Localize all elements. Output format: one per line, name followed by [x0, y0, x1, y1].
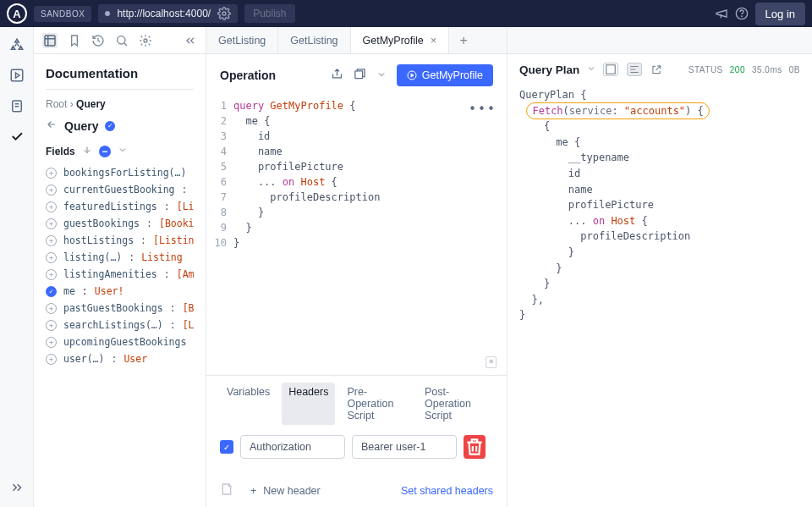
- operation-tab[interactable]: GetListing: [278, 27, 350, 53]
- field-item[interactable]: +searchListings(…): [Lis…: [46, 317, 194, 333]
- top-bar: A SANDBOX http://localhost:4000/ Publish…: [0, 0, 812, 27]
- shared-headers-link[interactable]: Set shared headers: [401, 485, 493, 497]
- chevron-down-icon[interactable]: [376, 69, 387, 82]
- chevron-down-icon[interactable]: [586, 63, 596, 76]
- bottom-tab[interactable]: Post-Operation Script: [418, 383, 493, 425]
- fields-list: +bookingsForListing(…): [.+currentGuestB…: [46, 164, 194, 367]
- svg-rect-3: [11, 69, 23, 81]
- field-item[interactable]: +guestBookings: [Booking…: [46, 215, 194, 232]
- expand-rail-icon[interactable]: [9, 480, 25, 495]
- field-item[interactable]: +upcomingGuestBookings: [.: [46, 333, 194, 350]
- sidebar-title: Documentation: [46, 66, 194, 80]
- tabs-icon[interactable]: [354, 68, 366, 83]
- field-item[interactable]: +bookingsForListing(…): [.: [46, 164, 194, 181]
- svg-rect-5: [45, 36, 55, 46]
- bottom-tab[interactable]: Pre-Operation Script: [340, 383, 413, 425]
- operation-tab[interactable]: GetListing: [206, 27, 278, 53]
- header-value-input[interactable]: [352, 435, 457, 459]
- fields-header[interactable]: Fields −: [46, 145, 194, 157]
- header-key-input[interactable]: [240, 435, 345, 459]
- header-enabled-checkbox[interactable]: ✓: [220, 440, 233, 454]
- operation-title: Operation: [220, 69, 276, 82]
- view-table-icon[interactable]: [603, 63, 618, 76]
- collapse-fields-icon[interactable]: −: [99, 146, 111, 157]
- svg-point-6: [118, 36, 125, 43]
- publish-button[interactable]: Publish: [244, 4, 294, 23]
- history-icon[interactable]: [91, 34, 105, 47]
- bottom-tab[interactable]: Variables: [220, 383, 277, 425]
- back-icon[interactable]: [46, 118, 58, 133]
- delete-header-button[interactable]: [464, 435, 486, 459]
- new-header-button[interactable]: +New header: [250, 485, 321, 497]
- schema-icon[interactable]: [42, 33, 58, 48]
- keyboard-badge: ⌘: [486, 356, 497, 368]
- share-icon[interactable]: [331, 68, 343, 83]
- svg-rect-10: [606, 65, 616, 74]
- breadcrumb[interactable]: Root › Query: [46, 98, 194, 110]
- svg-point-2: [741, 16, 742, 17]
- header-row: ✓: [206, 428, 507, 466]
- operation-tabs: GetListingGetListingGetMyProfile×+: [206, 27, 507, 54]
- clipboard-icon[interactable]: [9, 98, 25, 113]
- query-plan-title: Query Plan: [519, 63, 579, 76]
- svg-point-7: [144, 39, 147, 42]
- bottom-tabs: VariablesHeadersPre-Operation ScriptPost…: [206, 376, 507, 428]
- field-item[interactable]: +pastGuestBookings: [Boo…: [46, 300, 194, 317]
- operation-tab[interactable]: GetMyProfile×: [351, 27, 450, 53]
- more-icon[interactable]: •••: [469, 100, 497, 119]
- query-plan-code[interactable]: QueryPlan { Fetch(service: "accounts") {…: [508, 84, 812, 327]
- close-icon[interactable]: ×: [431, 34, 437, 47]
- login-button[interactable]: Log in: [755, 3, 805, 25]
- status-bar: STATUS 200 35.0ms 0B: [689, 65, 800, 74]
- svg-point-0: [222, 12, 226, 15]
- bottom-tab[interactable]: Headers: [282, 383, 335, 425]
- url-text: http://localhost:4000/: [117, 8, 211, 19]
- field-item[interactable]: +user(…): User: [46, 350, 194, 367]
- svg-rect-8: [355, 71, 363, 79]
- apollo-logo: A: [7, 3, 27, 24]
- bottom-panel: VariablesHeadersPre-Operation ScriptPost…: [206, 375, 507, 507]
- help-icon[interactable]: [735, 7, 749, 20]
- play-icon[interactable]: [9, 68, 25, 83]
- chevron-down-icon[interactable]: [118, 145, 128, 157]
- sandbox-badge: SANDBOX: [34, 6, 91, 22]
- operation-editor[interactable]: 12345678910 query GetMyProfile { me { id…: [206, 95, 507, 375]
- settings-icon[interactable]: [139, 34, 152, 47]
- check-icon[interactable]: [9, 129, 25, 144]
- gear-icon[interactable]: [217, 7, 231, 20]
- note-icon[interactable]: [220, 482, 233, 499]
- field-item[interactable]: +listingAmenities: [Amen…: [46, 266, 194, 283]
- field-item[interactable]: +listing(…): Listing: [46, 249, 194, 266]
- search-icon[interactable]: [115, 34, 129, 47]
- run-operation-button[interactable]: GetMyProfile: [397, 64, 493, 86]
- collapse-sidebar-icon[interactable]: [184, 34, 197, 47]
- megaphone-icon[interactable]: [715, 7, 728, 20]
- new-tab-button[interactable]: +: [449, 27, 477, 53]
- field-item[interactable]: +featuredListings: [List…: [46, 198, 194, 215]
- field-item[interactable]: +hostListings: [Listing]!: [46, 232, 194, 249]
- field-item[interactable]: +currentGuestBooking: Bo…: [46, 181, 194, 198]
- external-link-icon[interactable]: [650, 63, 662, 77]
- operation-panel: GetListingGetListingGetMyProfile×+ Opera…: [206, 27, 508, 507]
- bookmark-icon[interactable]: [68, 34, 81, 47]
- type-badge-icon: [105, 121, 115, 131]
- connection-dot-icon: [105, 11, 110, 16]
- sort-icon[interactable]: [82, 145, 92, 157]
- response-panel: Query Plan STATUS 200 35.0ms 0B QueryPla…: [508, 27, 812, 507]
- nav-rail: [0, 27, 34, 507]
- sidebar-toolbar: [34, 27, 206, 54]
- url-bar[interactable]: http://localhost:4000/: [98, 4, 238, 23]
- field-item[interactable]: me: User!: [46, 283, 194, 300]
- view-text-icon[interactable]: [627, 63, 642, 76]
- explorer-icon[interactable]: [9, 37, 25, 52]
- sidebar: Documentation Root › Query Query Fields …: [34, 27, 206, 507]
- type-header: Query: [46, 118, 194, 133]
